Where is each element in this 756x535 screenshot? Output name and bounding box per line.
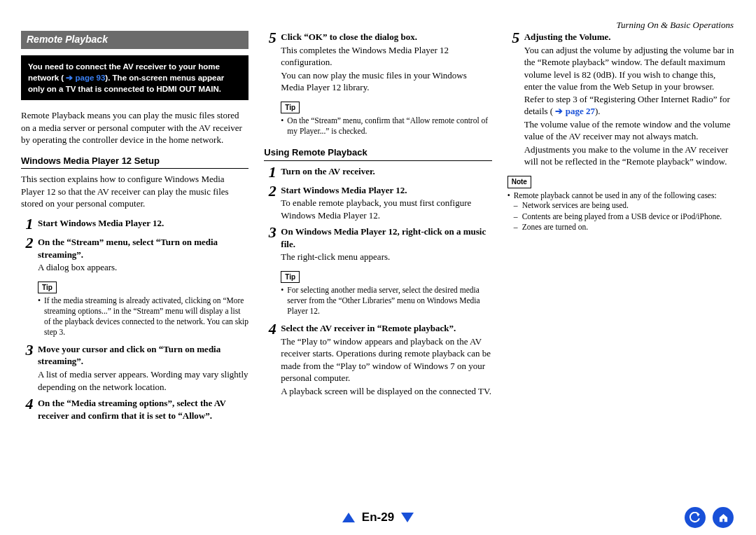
- step-1: 1 Start Windows Media Player 12.: [21, 217, 248, 232]
- urp-step-num-4: 4: [264, 321, 281, 397]
- note-lead: Remote playback cannot be used in any of…: [514, 191, 717, 200]
- step-4-title: On the “Media streaming options”, select…: [38, 397, 248, 422]
- note-subitem: Zones are turned on.: [514, 222, 735, 233]
- running-header: Turning On & Basic Operations: [616, 20, 734, 31]
- c3-desc1b: ).: [595, 106, 601, 116]
- nav-icons: [685, 507, 734, 528]
- page-footer: En-29: [0, 510, 756, 525]
- page-link-27[interactable]: ➔ page 27: [555, 106, 595, 116]
- c3-step-5-title: Adjusting the Volume.: [524, 31, 735, 43]
- column-1: Remote Playback You need to connect the …: [21, 31, 248, 426]
- step-4: 4 On the “Media streaming options”, sele…: [21, 397, 248, 422]
- c3-step-5: 5 Adjusting the Volume. You can adjust t…: [507, 31, 735, 168]
- tip-list-3: For selecting another media server, sele…: [281, 285, 491, 317]
- step-2-title: On the “Stream” menu, select “Turn on me…: [38, 236, 248, 260]
- urp-step-4-desc2: A playback screen will be displayed on t…: [281, 385, 491, 398]
- step-num-1: 1: [21, 216, 38, 232]
- tip-label-3: Tip: [281, 271, 300, 284]
- note-item: Remote playback cannot be used in any of…: [507, 190, 735, 233]
- step-3: 3 Move your cursor and click on “Turn on…: [21, 343, 248, 393]
- section-title-bar: Remote Playback: [21, 31, 248, 49]
- step-5: 5 Click “OK” to close the dialog box. Th…: [264, 31, 491, 94]
- urp-step-2-desc: To enable remote playback, you must firs…: [281, 197, 491, 221]
- step-2-desc: A dialog box appears.: [38, 261, 248, 274]
- subheading-wmp12: Windows Media Player 12 Setup: [21, 155, 248, 169]
- urp-step-2-title: Start Windows Media Player 12.: [281, 184, 491, 197]
- note-subitem: Contents are being played from a USB dev…: [514, 211, 735, 223]
- note-label: Note: [507, 176, 531, 188]
- c3-step-5-desc2: The volume value of the remote window an…: [524, 118, 735, 143]
- urp-step-3-title: On Windows Media Player 12, right-click …: [281, 225, 491, 250]
- home-button[interactable]: [713, 507, 734, 528]
- c3-step-num-5: 5: [507, 30, 524, 168]
- step-5-title: Click “OK” to close the dialog box.: [281, 31, 491, 43]
- note-subitem: Network services are being used.: [514, 200, 735, 211]
- tip-item: For selecting another media server, sele…: [281, 285, 491, 317]
- back-button[interactable]: [685, 507, 706, 528]
- content-columns: Remote Playback You need to connect the …: [21, 31, 735, 426]
- page-up-icon[interactable]: [342, 513, 355, 522]
- urp-step-3-desc: The right-click menu appears.: [281, 251, 491, 263]
- tip-item: On the “Stream” menu, confirm that “Allo…: [281, 116, 491, 137]
- intro-paragraph: Remote Playback means you can play the m…: [21, 109, 248, 146]
- note-sublist: Network services are being used. Content…: [514, 200, 735, 233]
- urp-step-1: 1 Turn on the AV receiver.: [264, 165, 491, 180]
- step-num-3: 3: [21, 342, 38, 393]
- manual-page: Turning On & Basic Operations Remote Pla…: [0, 0, 756, 535]
- step-3-desc: A list of media server appears. Wording …: [38, 368, 248, 393]
- warning-text-bold: HDMI OUT MAIN: [156, 85, 218, 93]
- tip-list-1: If the media streaming is already activa…: [38, 296, 248, 338]
- note-list: Remote playback cannot be used in any of…: [507, 190, 735, 233]
- step-num-4: 4: [21, 396, 38, 422]
- step-1-title: Start Windows Media Player 12.: [38, 217, 248, 230]
- urp-step-num-3: 3: [264, 225, 281, 263]
- page-down-icon[interactable]: [401, 513, 414, 522]
- urp-step-4: 4 Select the AV receiver in “Remote play…: [264, 322, 491, 397]
- urp-step-4-desc1: The “Play to” window appears and playbac…: [281, 335, 491, 384]
- step-3-title: Move your cursor and click on “Turn on m…: [38, 343, 248, 368]
- column-2: 5 Click “OK” to close the dialog box. Th…: [264, 31, 491, 426]
- tip-label-2: Tip: [281, 102, 300, 114]
- urp-step-num-1: 1: [264, 165, 281, 180]
- step-5-desc2: You can now play the music files in your…: [281, 69, 491, 94]
- urp-step-num-2: 2: [264, 183, 281, 222]
- page-link-93[interactable]: ➔ page 93: [66, 74, 105, 82]
- page-link-27-text: page 27: [566, 106, 595, 116]
- tip-label: Tip: [38, 282, 57, 294]
- warning-box: You need to connect the AV receiver to y…: [21, 55, 248, 100]
- back-arrow-icon: [690, 512, 701, 523]
- urp-step-4-title: Select the AV receiver in “Remote playba…: [281, 322, 491, 335]
- subheading-using-remote: Using Remote Playback: [264, 146, 491, 161]
- page-number: En-29: [362, 510, 394, 524]
- step-5-desc1: This completes the Windows Media Player …: [281, 44, 491, 69]
- tip-list-2: On the “Stream” menu, confirm that “Allo…: [281, 116, 491, 137]
- tip-item: If the media streaming is already activa…: [38, 296, 248, 338]
- column-3: 5 Adjusting the Volume. You can adjust t…: [507, 31, 735, 426]
- step-num-5: 5: [264, 30, 281, 94]
- urp-step-2: 2 Start Windows Media Player 12. To enab…: [264, 184, 491, 222]
- home-icon: [718, 513, 729, 523]
- step-2: 2 On the “Stream” menu, select “Turn on …: [21, 236, 248, 274]
- c3-step-5-desc1: You can adjust the volume by adjusting t…: [524, 44, 735, 118]
- urp-step-1-title: Turn on the AV receiver.: [281, 165, 491, 178]
- subheading-wmp12-desc: This section explains how to configure W…: [21, 173, 248, 210]
- page-link-93-text: page 93: [76, 74, 106, 82]
- step-num-2: 2: [21, 235, 38, 274]
- urp-step-3: 3 On Windows Media Player 12, right-clic…: [264, 225, 491, 263]
- c3-step-5-desc3: Adjustments you make to the volume in th…: [524, 144, 735, 168]
